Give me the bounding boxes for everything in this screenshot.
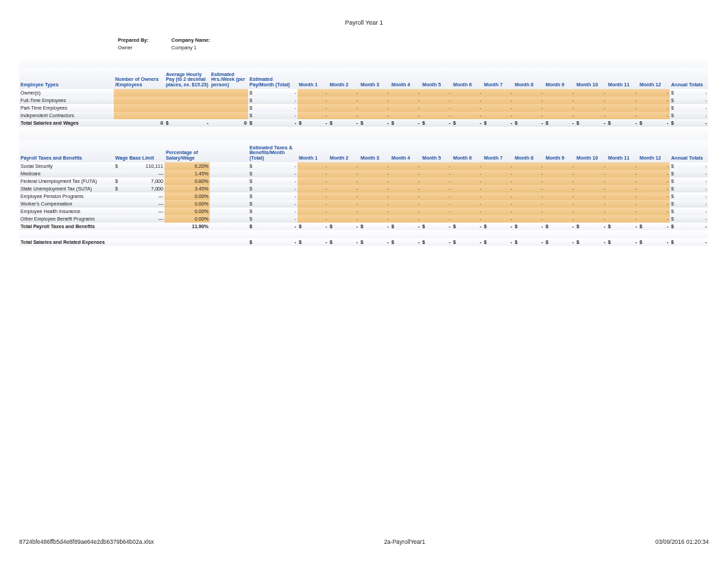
tax-month-cell[interactable]: - <box>328 177 359 185</box>
employee-month-cell[interactable]: - <box>452 112 483 119</box>
tax-month-cell[interactable]: - <box>452 170 483 177</box>
tax-month-cell[interactable]: - <box>544 162 575 170</box>
tax-month-cell[interactable]: - <box>544 185 575 192</box>
employee-month-cell[interactable]: - <box>513 89 544 97</box>
tax-pct-cell[interactable]: 0.80% <box>165 177 210 185</box>
tax-month-cell[interactable]: - <box>638 177 670 185</box>
tax-month-cell[interactable]: - <box>298 200 328 208</box>
employee-month-cell[interactable]: - <box>607 104 638 112</box>
tax-month-cell[interactable]: - <box>513 215 544 223</box>
employee-month-cell[interactable]: - <box>575 89 607 97</box>
tax-month-cell[interactable]: - <box>513 177 544 185</box>
tax-month-cell[interactable]: - <box>575 200 607 208</box>
employee-month-cell[interactable]: - <box>298 89 328 97</box>
tax-month-cell[interactable]: - <box>575 215 607 223</box>
employee-month-cell[interactable]: - <box>575 104 607 112</box>
tax-month-cell[interactable]: - <box>298 192 328 200</box>
tax-month-cell[interactable]: - <box>452 162 483 170</box>
tax-month-cell[interactable]: - <box>359 162 390 170</box>
employee-month-cell[interactable]: - <box>390 89 421 97</box>
employee-month-cell[interactable]: - <box>390 97 421 104</box>
tax-month-cell[interactable]: - <box>421 162 452 170</box>
employee-month-cell[interactable]: - <box>483 104 513 112</box>
tax-month-cell[interactable]: - <box>513 200 544 208</box>
tax-month-cell[interactable]: - <box>483 208 513 215</box>
tax-month-cell[interactable]: - <box>544 215 575 223</box>
tax-month-cell[interactable]: - <box>390 185 421 192</box>
tax-month-cell[interactable]: - <box>513 170 544 177</box>
tax-month-cell[interactable]: - <box>390 170 421 177</box>
tax-month-cell[interactable]: - <box>607 192 638 200</box>
tax-month-cell[interactable]: - <box>638 200 670 208</box>
employee-month-cell[interactable]: - <box>638 97 670 104</box>
tax-month-cell[interactable]: - <box>638 215 670 223</box>
tax-month-cell[interactable]: - <box>575 185 607 192</box>
tax-month-cell[interactable]: - <box>452 192 483 200</box>
tax-month-cell[interactable]: - <box>359 215 390 223</box>
tax-month-cell[interactable]: - <box>483 200 513 208</box>
tax-pct-cell[interactable]: 0.00% <box>165 192 210 200</box>
tax-month-cell[interactable]: - <box>390 162 421 170</box>
tax-month-cell[interactable]: - <box>607 170 638 177</box>
employee-month-cell[interactable]: - <box>544 97 575 104</box>
employee-month-cell[interactable]: - <box>483 112 513 119</box>
tax-month-cell[interactable]: - <box>359 192 390 200</box>
employee-month-cell[interactable]: - <box>359 89 390 97</box>
tax-pct-cell[interactable]: 0.00% <box>165 208 210 215</box>
tax-month-cell[interactable]: - <box>452 185 483 192</box>
employee-input-cell[interactable] <box>210 112 248 119</box>
employee-month-cell[interactable]: - <box>607 97 638 104</box>
employee-month-cell[interactable]: - <box>421 89 452 97</box>
employee-month-cell[interactable]: - <box>452 97 483 104</box>
tax-month-cell[interactable]: - <box>359 170 390 177</box>
tax-month-cell[interactable]: - <box>328 200 359 208</box>
employee-month-cell[interactable]: - <box>421 97 452 104</box>
tax-month-cell[interactable]: - <box>298 208 328 215</box>
employee-input-cell[interactable] <box>114 97 165 104</box>
tax-month-cell[interactable]: - <box>359 208 390 215</box>
tax-month-cell[interactable]: - <box>421 215 452 223</box>
tax-month-cell[interactable]: - <box>607 215 638 223</box>
employee-month-cell[interactable]: - <box>421 112 452 119</box>
tax-month-cell[interactable]: - <box>359 177 390 185</box>
employee-month-cell[interactable]: - <box>483 89 513 97</box>
employee-month-cell[interactable]: - <box>513 112 544 119</box>
tax-month-cell[interactable]: - <box>328 215 359 223</box>
tax-month-cell[interactable]: - <box>421 200 452 208</box>
tax-month-cell[interactable]: - <box>575 162 607 170</box>
tax-month-cell[interactable]: - <box>298 177 328 185</box>
tax-month-cell[interactable]: - <box>638 185 670 192</box>
employee-month-cell[interactable]: - <box>607 112 638 119</box>
employee-month-cell[interactable]: - <box>328 89 359 97</box>
tax-pct-cell[interactable]: 0.00% <box>165 215 210 223</box>
tax-month-cell[interactable]: - <box>328 162 359 170</box>
employee-month-cell[interactable]: - <box>390 112 421 119</box>
tax-month-cell[interactable]: - <box>513 185 544 192</box>
tax-month-cell[interactable]: - <box>638 162 670 170</box>
tax-month-cell[interactable]: - <box>390 192 421 200</box>
employee-month-cell[interactable]: - <box>638 104 670 112</box>
tax-month-cell[interactable]: - <box>483 177 513 185</box>
employee-input-cell[interactable] <box>210 97 248 104</box>
employee-month-cell[interactable]: - <box>483 97 513 104</box>
employee-input-cell[interactable] <box>114 104 165 112</box>
tax-month-cell[interactable]: - <box>483 162 513 170</box>
employee-month-cell[interactable]: - <box>452 89 483 97</box>
tax-month-cell[interactable]: - <box>421 185 452 192</box>
tax-month-cell[interactable]: - <box>452 215 483 223</box>
tax-month-cell[interactable]: - <box>575 170 607 177</box>
tax-month-cell[interactable]: - <box>607 208 638 215</box>
employee-month-cell[interactable]: - <box>298 104 328 112</box>
employee-month-cell[interactable]: - <box>575 97 607 104</box>
tax-month-cell[interactable]: - <box>298 185 328 192</box>
employee-month-cell[interactable]: - <box>544 89 575 97</box>
tax-month-cell[interactable]: - <box>575 192 607 200</box>
tax-month-cell[interactable]: - <box>513 208 544 215</box>
employee-input-cell[interactable] <box>114 89 165 97</box>
employee-input-cell[interactable] <box>165 89 210 97</box>
tax-month-cell[interactable]: - <box>607 177 638 185</box>
employee-month-cell[interactable]: - <box>452 104 483 112</box>
employee-month-cell[interactable]: - <box>638 89 670 97</box>
tax-month-cell[interactable]: - <box>359 185 390 192</box>
tax-month-cell[interactable]: - <box>359 200 390 208</box>
